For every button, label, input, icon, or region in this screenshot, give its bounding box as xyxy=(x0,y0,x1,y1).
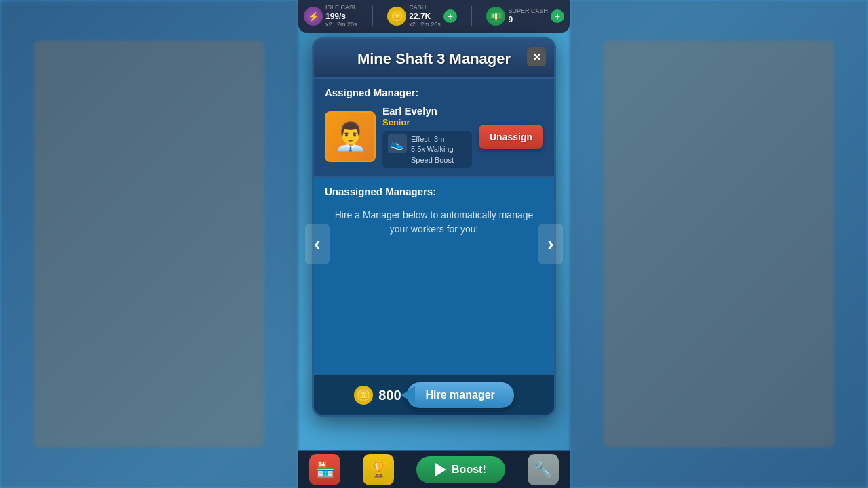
shop-button[interactable]: 🏪 xyxy=(309,454,340,485)
hire-cost: 800 xyxy=(378,388,401,403)
super-cash-plus-button[interactable]: + xyxy=(551,9,564,23)
manager-rank: Senior xyxy=(382,117,472,127)
hire-footer: 🪙 800 Hire manager xyxy=(314,374,554,415)
hud-super-cash: 💵 SUPER CASH 9 + xyxy=(486,7,564,26)
cash-amount: 22.7K xyxy=(409,12,441,21)
dialog-title: Mine Shaft 3 Manager xyxy=(357,50,511,67)
dialog-header: Mine Shaft 3 Manager ✕ xyxy=(314,39,554,79)
cost-coin-icon: 🪙 xyxy=(354,386,373,405)
manager-avatar: 👨‍💼 xyxy=(325,111,376,162)
super-cash-amount: 9 xyxy=(508,15,548,24)
close-button[interactable]: ✕ xyxy=(527,47,546,66)
cash-icon: 🪙 xyxy=(387,7,406,26)
idle-cash-sub: x2 2m 20s xyxy=(326,21,358,28)
nav-arrow-right[interactable]: › xyxy=(538,224,563,264)
unassign-button[interactable]: Unassign xyxy=(479,125,543,149)
idle-cash-label: IDLE CASH xyxy=(326,4,358,12)
hud-idle-cash: ⚡ IDLE CASH 199/s x2 2m 20s xyxy=(304,4,358,28)
nav-arrow-left[interactable]: ‹ xyxy=(305,224,330,264)
assigned-manager-section: Assigned Manager: 👨‍💼 Earl Evelyn Senior… xyxy=(314,79,554,178)
idle-cash-amount: 199/s xyxy=(326,12,358,21)
manager-effect: 👟 Effect: 3m 5.5x Walking Speed Boost xyxy=(382,131,472,168)
hire-btn-arrow xyxy=(401,386,415,405)
background-right xyxy=(570,0,868,488)
bottom-bar: 🏪 🏆 Boost! 🔧 xyxy=(298,450,570,488)
avatar-face: 👨‍💼 xyxy=(334,121,368,152)
trophy-button[interactable]: 🏆 xyxy=(363,454,394,485)
wrench-icon: 🔧 xyxy=(534,461,552,479)
cash-plus-button[interactable]: + xyxy=(443,9,457,23)
play-icon xyxy=(435,463,446,476)
wrench-button[interactable]: 🔧 xyxy=(528,454,559,485)
unassigned-managers-section: Unassigned Managers: Hire a Manager belo… xyxy=(314,178,554,374)
hire-manager-button[interactable]: Hire manager xyxy=(407,382,514,408)
effect-icon: 👟 xyxy=(388,134,407,153)
unassigned-section-label: Unassigned Managers: xyxy=(325,186,543,197)
boost-button[interactable]: Boost! xyxy=(416,456,505,483)
manager-dialog: Mine Shaft 3 Manager ✕ Assigned Manager:… xyxy=(312,37,556,417)
hud-divider-2 xyxy=(471,6,472,26)
hud-cash: 🪙 CASH 22.7K x2 2m 20s + xyxy=(387,4,457,28)
manager-info: Earl Evelyn Senior 👟 Effect: 3m 5.5x Wal… xyxy=(382,105,472,168)
cash-label: CASH xyxy=(409,4,441,12)
shop-icon: 🏪 xyxy=(316,461,334,479)
cash-sub: x2 2m 20s xyxy=(409,21,441,28)
super-cash-label: SUPER CASH xyxy=(508,7,548,15)
boost-label: Boost! xyxy=(452,464,486,476)
hud-bar: ⚡ IDLE CASH 199/s x2 2m 20s 🪙 CASH 22.7K… xyxy=(298,0,570,33)
manager-name: Earl Evelyn xyxy=(382,105,472,117)
unassigned-hint: Hire a Manager below to automatically ma… xyxy=(325,208,543,237)
assigned-section-label: Assigned Manager: xyxy=(325,87,543,98)
hud-divider-1 xyxy=(372,6,373,26)
effect-text: Effect: 3m 5.5x Walking Speed Boost xyxy=(411,134,467,165)
super-cash-icon: 💵 xyxy=(486,7,505,26)
trophy-icon: 🏆 xyxy=(370,461,388,479)
background-left xyxy=(0,0,298,488)
idle-cash-icon: ⚡ xyxy=(304,7,323,26)
manager-card: 👨‍💼 Earl Evelyn Senior 👟 Effect: 3m 5.5x… xyxy=(325,105,543,168)
